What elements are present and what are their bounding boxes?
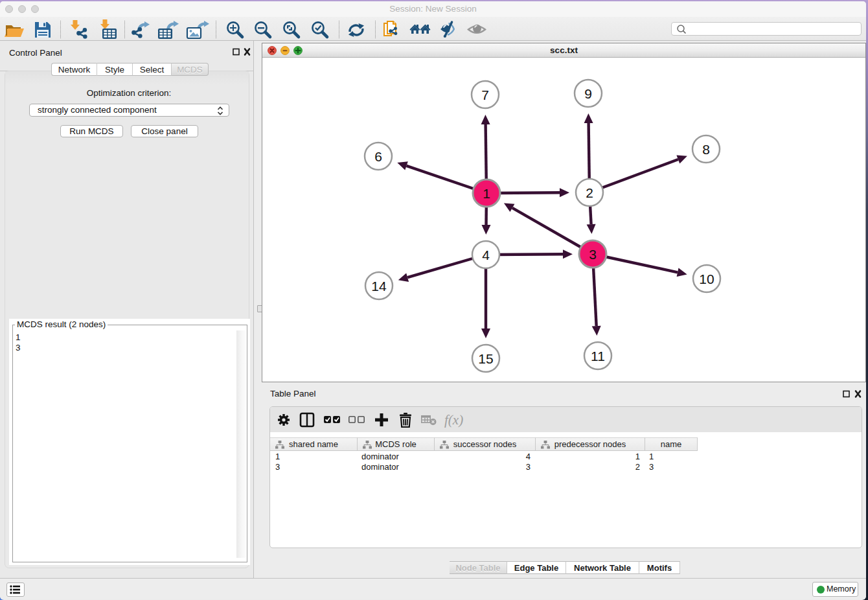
svg-text:10: 10 (699, 271, 714, 286)
svg-text:11: 11 (591, 349, 605, 363)
svg-text:9: 9 (584, 86, 592, 101)
svg-text:8: 8 (702, 142, 710, 157)
svg-text:f(x): f(x) (444, 412, 463, 428)
svg-text:6: 6 (374, 149, 382, 164)
svg-text:2: 2 (586, 185, 593, 200)
svg-text:3: 3 (589, 247, 597, 262)
svg-text:1: 1 (483, 186, 490, 201)
svg-text:4: 4 (482, 248, 490, 262)
svg-text:14: 14 (371, 279, 387, 294)
svg-text:7: 7 (481, 87, 489, 102)
svg-text:15: 15 (478, 351, 493, 366)
